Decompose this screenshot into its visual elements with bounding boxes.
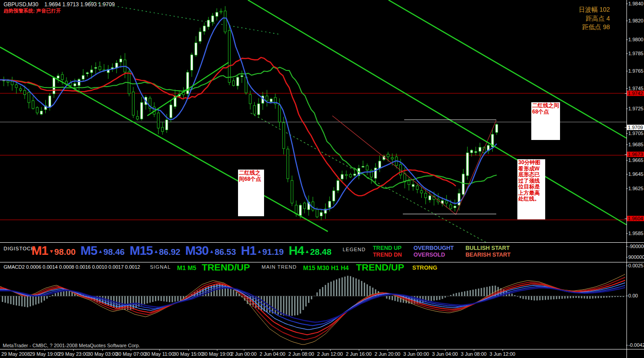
macd-histogram-bar	[325, 285, 326, 296]
candlestick	[291, 180, 293, 203]
macd-histogram-bar	[138, 296, 140, 307]
macd-histogram-bar	[575, 296, 577, 298]
candlestick	[337, 181, 339, 191]
main-trend-label: MAIN TREND	[261, 264, 296, 270]
macd-histogram-bar	[442, 296, 443, 299]
candlestick	[391, 157, 393, 159]
stochastic-value: 98.46	[103, 247, 125, 257]
green-trend-line[interactable]	[0, 47, 328, 231]
chart-annotation-box[interactable]: 二红线之间68个点	[238, 170, 264, 216]
dashed-trend-line[interactable]	[251, 113, 486, 242]
macd-histogram-bar	[389, 296, 390, 300]
macd-histogram-bar	[394, 296, 396, 301]
candlestick	[237, 77, 239, 86]
legend-column: OVERBOUGHTOVERSOLD	[414, 245, 454, 258]
macd-histogram-bar	[525, 296, 527, 299]
macd-histogram-bar	[18, 296, 20, 306]
candlestick	[424, 193, 427, 198]
macd-histogram-bar	[553, 296, 555, 299]
gmacd-indicator-row: GMACD2 0.0006 0.0014 0.0008 0.0016 0.001…	[4, 264, 437, 271]
candlestick	[32, 100, 34, 109]
candlestick	[341, 175, 343, 179]
candlestick	[141, 102, 143, 119]
macd-histogram-bar	[10, 296, 12, 304]
macd-histogram-bar	[303, 296, 304, 310]
indicator-axis-label: 9000000	[628, 254, 644, 260]
macd-histogram-bar	[30, 296, 31, 306]
arrow-up-icon: ▲	[98, 249, 103, 254]
macd-histogram-bar	[520, 296, 521, 298]
candlestick	[53, 78, 55, 94]
macd-histogram-bar	[52, 295, 53, 296]
macd-histogram-bar	[573, 296, 574, 298]
macd-histogram-bar	[294, 296, 296, 315]
candlestick	[349, 175, 352, 177]
trend-alert-text: 趋势预警系统: 声音已打开	[4, 8, 61, 14]
macd-histogram-bar	[539, 296, 541, 300]
candlestick	[253, 105, 256, 114]
macd-histogram-bar	[311, 296, 312, 299]
macd-histogram-bar	[152, 296, 154, 302]
dashed-trend-line[interactable]	[90, 2, 278, 34]
candlestick	[304, 203, 306, 209]
main-chart[interactable]	[0, 0, 644, 358]
legend-entry: BEARISH START	[465, 252, 510, 258]
candlestick	[82, 75, 84, 79]
chart-annotation-box[interactable]: 二红线之间68个点	[531, 102, 560, 140]
macd-histogram-bar	[386, 296, 388, 299]
macd-histogram-bar	[46, 296, 48, 299]
candlestick	[191, 55, 193, 70]
indicator-axis-label: -9000000	[628, 244, 644, 249]
macd-histogram-bar	[584, 296, 585, 298]
macd-histogram-bar	[305, 296, 307, 306]
macd-histogram-bar	[570, 296, 571, 298]
candlestick	[36, 108, 38, 113]
digistoch-label: DIGISTOCH	[4, 246, 31, 251]
macd-histogram-bar	[38, 296, 40, 304]
macd-histogram-bar	[561, 296, 563, 299]
candlestick	[450, 205, 452, 209]
macd-histogram-bar	[336, 279, 337, 296]
price-axis-label: 1.9625	[628, 186, 644, 191]
macd-histogram-bar	[136, 296, 137, 308]
candlestick	[287, 149, 289, 179]
macd-histogram-bar	[600, 296, 602, 298]
legend-entry: BULLISH START	[465, 245, 510, 252]
macd-histogram-bar	[339, 278, 340, 296]
time-axis-label: 2 Jun 16:00	[346, 351, 372, 357]
highlighted-price-label: 1.9742	[627, 91, 644, 96]
candlestick	[282, 122, 285, 148]
candlestick	[137, 117, 139, 119]
green-trend-line[interactable]	[248, 0, 626, 225]
w-pattern-trendline[interactable]	[332, 116, 496, 214]
macd-histogram-bar	[478, 288, 479, 296]
signal-timeframes: M1 M5	[177, 264, 196, 271]
macd-histogram-bar	[13, 296, 14, 305]
macd-histogram-bar	[603, 296, 604, 298]
macd-histogram-bar	[620, 296, 621, 297]
macd-histogram-bar	[317, 293, 318, 296]
time-axis-label: 3 Jun 04:00	[432, 351, 458, 357]
time-axis-label: 2 Jun 00:00	[231, 351, 257, 357]
macd-histogram-bar	[545, 296, 546, 300]
macd-histogram-bar	[484, 288, 485, 296]
macd-histogram-bar	[514, 295, 516, 296]
candlestick	[11, 81, 13, 85]
candlestick	[86, 73, 88, 74]
chart-annotation-box[interactable]: 30分钟图看形成W底形态已过了颈线位目标是上方最高处红线。	[517, 159, 545, 219]
macd-histogram-bar	[464, 291, 465, 296]
macd-histogram-bar	[230, 288, 231, 296]
macd-histogram-bar	[327, 283, 329, 296]
macd-histogram-bar	[32, 296, 34, 306]
macd-histogram-bar	[177, 296, 179, 301]
candlestick	[95, 67, 97, 68]
macd-histogram-bar	[180, 296, 181, 301]
candlestick	[28, 92, 30, 103]
digistoch-timeframe-reading: M15▲86.92	[130, 244, 181, 258]
macd-histogram-bar	[7, 296, 9, 303]
timeframe-label: M30	[185, 244, 208, 258]
candlestick	[408, 181, 410, 184]
candlestick	[90, 70, 93, 73]
macd-histogram-bar	[392, 296, 393, 300]
metatrader-chart-window: GBPUSD,M30 1.9694 1.9713 1.9693 1.9709 趋…	[0, 0, 644, 358]
